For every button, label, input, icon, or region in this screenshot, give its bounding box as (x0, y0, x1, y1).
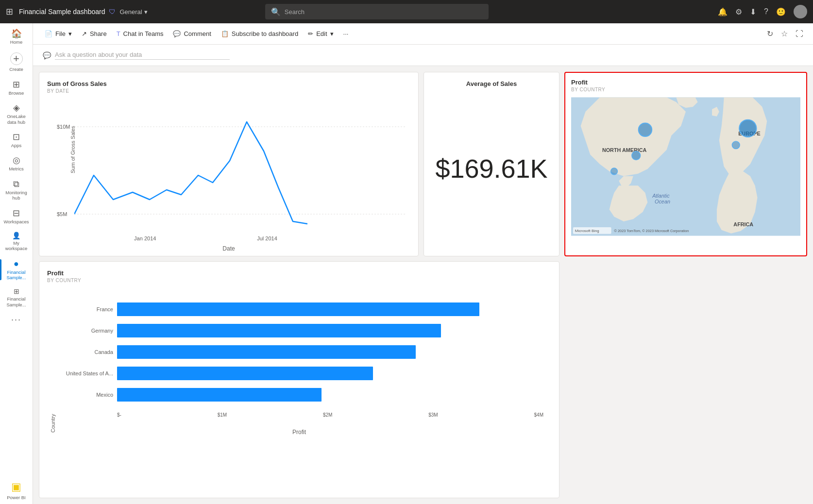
file-chevron: ▾ (68, 30, 72, 37)
workspace-badge[interactable]: General ▾ (119, 8, 147, 16)
bar-track-germany (117, 324, 543, 337)
sidebar-item-my-workspace[interactable]: 👤 My workspace (0, 228, 33, 255)
comment-icon: 💬 (173, 30, 181, 37)
monitoring-icon: ⧉ (13, 180, 19, 188)
svg-point-17 (639, 123, 652, 137)
sidebar-item-metrics[interactable]: ◎ Metrics (0, 152, 33, 175)
bar-fill-usa (117, 367, 373, 380)
search-icon: 🔍 (271, 7, 281, 17)
shield-icon: 🛡 (109, 8, 116, 16)
bar-track-usa (117, 367, 543, 380)
financial-sample2-icon: ⊞ (14, 288, 19, 295)
sidebar-item-home[interactable]: 🏠 Home (0, 25, 33, 49)
sidebar-item-label-onelake: OneLake data hub (2, 114, 31, 125)
chat-in-teams-button[interactable]: T Chat in Teams (113, 28, 168, 39)
search-input[interactable] (285, 8, 483, 16)
sidebar-item-onelake[interactable]: ◈ OneLake data hub (0, 100, 33, 129)
file-button[interactable]: 📄 File ▾ (41, 28, 76, 39)
share-button[interactable]: ↗ Share (78, 28, 111, 39)
qa-input[interactable] (55, 51, 230, 60)
bar-track-mexico (117, 388, 543, 402)
avg-sales-title: Average of Sales (466, 80, 517, 87)
sidebar-item-apps[interactable]: ⊡ Apps (0, 129, 33, 152)
bar-row-germany: Germany (59, 324, 543, 337)
toolbar: 📄 File ▾ ↗ Share T Chat in Teams 💬 Comme… (33, 23, 813, 45)
sidebar-item-workspaces[interactable]: ⊟ Workspaces (0, 205, 33, 228)
sidebar-bottom: ▣ Power BI (3, 477, 30, 504)
bar-track-canada (117, 345, 543, 359)
comment-button[interactable]: 💬 Comment (169, 28, 215, 39)
bar-fill-germany (117, 324, 441, 337)
sidebar-item-create[interactable]: + Create (0, 49, 33, 76)
workspaces-icon: ⊟ (13, 209, 20, 218)
profit-bar-tile: Profit BY COUNTRY Country France (39, 261, 559, 498)
avg-sales-tile: Average of Sales $169.61K (423, 72, 559, 256)
search-bar[interactable]: 🔍 (265, 4, 489, 19)
svg-text:Atlantic: Atlantic (652, 193, 670, 199)
gross-sales-title: Sum of Gross Sales (47, 80, 410, 87)
bar-label-germany: Germany (59, 328, 117, 334)
favorite-button[interactable]: ☆ (779, 27, 790, 40)
avatar[interactable] (794, 5, 807, 18)
browse-icon: ⊞ (13, 80, 20, 89)
emoji-button[interactable]: 🙂 (776, 7, 786, 17)
powerbi-logo[interactable]: ▣ Power BI (3, 477, 30, 504)
profit-bar-subtitle: BY COUNTRY (47, 278, 551, 283)
help-button[interactable]: ? (764, 7, 768, 16)
sidebar: 🏠 Home + Create ⊞ Browse ◈ OneLake data … (0, 23, 33, 504)
sidebar-item-label-metrics: Metrics (9, 166, 24, 171)
dashboard: Sum of Gross Sales BY DATE Sum of Gross … (33, 66, 813, 504)
gross-sales-tile: Sum of Gross Sales BY DATE Sum of Gross … (39, 72, 419, 256)
x-axis-ticks: $- $1M $2M $3M $4M (117, 409, 543, 418)
sidebar-item-monitoring[interactable]: ⧉ Monitoring hub (0, 176, 33, 205)
edit-icon: ✏ (308, 30, 313, 37)
sidebar-item-label-create: Create (9, 67, 23, 72)
onelake-icon: ◈ (13, 103, 20, 112)
notifications-button[interactable]: 🔔 (718, 7, 728, 17)
powerbi-label: Power BI (7, 495, 26, 500)
bar-row-usa: United States of A... (59, 367, 543, 380)
profit-map-subtitle: BY COUNTRY (571, 87, 800, 92)
more-options-button[interactable]: ··· (339, 28, 353, 39)
download-button[interactable]: ⬇ (750, 7, 756, 17)
svg-point-18 (739, 120, 756, 137)
x-axis-label: Date (47, 245, 410, 252)
map-svg: NORTH AMERICA EUROPE Atlantic Ocean AFRI… (571, 96, 800, 237)
edit-chevron: ▾ (330, 30, 334, 37)
grid-icon[interactable]: ⊞ (6, 6, 13, 17)
x-tick-2m: $2M (323, 412, 332, 418)
fullscreen-button[interactable]: ⛶ (794, 28, 805, 40)
subscribe-button[interactable]: 📋 Subscribe to dashboard (217, 28, 302, 39)
edit-button[interactable]: ✏ Edit ▾ (304, 28, 337, 39)
my-workspace-icon: 👤 (12, 232, 20, 239)
bar-fill-mexico (117, 388, 322, 402)
svg-text:Ocean: Ocean (655, 199, 670, 204)
x-tick-0: $- (117, 412, 121, 418)
gross-sales-subtitle: BY DATE (47, 88, 410, 94)
file-label: File (55, 30, 66, 37)
sidebar-item-label-browse: Browse (9, 90, 24, 96)
bar-label-usa: United States of A... (59, 370, 117, 376)
x-tick-3m: $3M (428, 412, 438, 418)
share-label: Share (90, 30, 107, 37)
sidebar-item-label-apps: Apps (11, 143, 22, 148)
bar-label-france: France (59, 306, 117, 312)
powerbi-icon: ▣ (11, 481, 21, 493)
sidebar-item-financial-sample[interactable]: ● Financial Sample... (0, 255, 33, 285)
subscribe-label: Subscribe to dashboard (232, 30, 298, 37)
refresh-button[interactable]: ↻ (765, 27, 775, 40)
sidebar-item-more[interactable]: ··· (0, 311, 33, 328)
subscribe-icon: 📋 (221, 30, 229, 37)
financial-sample-icon: ● (14, 259, 19, 268)
sidebar-item-browse[interactable]: ⊞ Browse (0, 76, 33, 100)
comment-label: Comment (184, 30, 211, 37)
sidebar-item-financial-sample2[interactable]: ⊞ Financial Sample... (0, 284, 33, 311)
settings-button[interactable]: ⚙ (735, 7, 742, 17)
svg-point-20 (611, 168, 618, 175)
qa-icon: 💬 (43, 51, 51, 59)
bar-fill-canada (117, 345, 416, 359)
bar-row-mexico: Mexico (59, 388, 543, 402)
svg-text:© 2023 TomTom, © 2023 Microsof: © 2023 TomTom, © 2023 Microsoft Corporat… (614, 229, 689, 233)
svg-point-19 (632, 151, 641, 160)
home-icon: 🏠 (11, 29, 22, 38)
